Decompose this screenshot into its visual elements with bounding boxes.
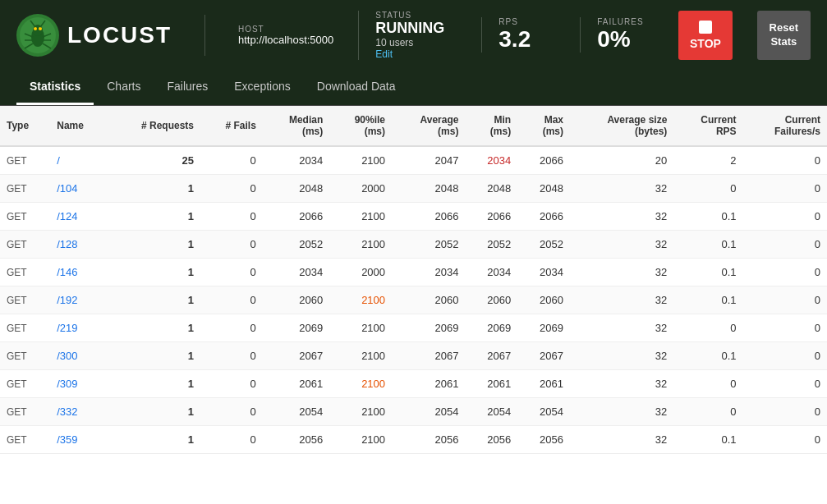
table-row: GET/1281020522100205220522052320.10 bbox=[0, 231, 827, 259]
tab-charts[interactable]: Charts bbox=[94, 70, 154, 105]
table-cell: GET bbox=[0, 231, 50, 259]
table-cell: GET bbox=[0, 259, 50, 286]
table-cell: 0 bbox=[743, 426, 827, 454]
locust-logo-icon bbox=[16, 14, 59, 57]
status-edit-link[interactable]: Edit bbox=[375, 48, 457, 60]
table-cell: 2034 bbox=[392, 259, 465, 286]
stop-label: STOP bbox=[690, 37, 721, 50]
status-users: 10 users bbox=[375, 37, 457, 48]
logo-text: LOCUST bbox=[67, 22, 172, 48]
col-max: Max(ms) bbox=[517, 106, 570, 146]
col-average: Average(ms) bbox=[392, 106, 465, 146]
table-cell: 1 bbox=[107, 175, 200, 203]
table-cell: 2069 bbox=[392, 314, 465, 342]
table-cell: 2066 bbox=[392, 203, 465, 231]
table-cell: /309 bbox=[50, 370, 107, 398]
status-label: STATUS bbox=[375, 11, 457, 20]
table-cell: 2060 bbox=[392, 286, 465, 314]
failures-section: FAILURES 0% bbox=[580, 17, 654, 53]
col-current-rps: CurrentRPS bbox=[673, 106, 742, 146]
table-cell: 0 bbox=[743, 398, 827, 426]
table-cell: 1 bbox=[107, 342, 200, 370]
table-cell: /359 bbox=[50, 426, 107, 454]
table-cell: 25 bbox=[107, 146, 200, 175]
table-cell: 0 bbox=[743, 231, 827, 259]
table-cell: 2100 bbox=[329, 370, 392, 398]
col-requests: # Requests bbox=[107, 106, 200, 146]
col-avg-size: Average size(bytes) bbox=[570, 106, 673, 146]
table-cell: 2000 bbox=[329, 175, 392, 203]
table-cell: 2100 bbox=[329, 426, 392, 454]
table-cell: 2056 bbox=[517, 426, 570, 454]
table-cell: 2100 bbox=[329, 146, 392, 175]
table-cell: 2056 bbox=[392, 426, 465, 454]
table-cell: 1 bbox=[107, 370, 200, 398]
table-cell: 2061 bbox=[392, 370, 465, 398]
stop-button[interactable]: STOP bbox=[678, 11, 732, 60]
table-cell: 0 bbox=[200, 259, 263, 286]
col-fails: # Fails bbox=[200, 106, 263, 146]
header: LOCUST HOST http://localhost:5000 STATUS… bbox=[0, 0, 827, 70]
table-row: GET/33210205421002054205420543200 bbox=[0, 398, 827, 426]
table-cell: /124 bbox=[50, 203, 107, 231]
table-cell: 32 bbox=[570, 370, 673, 398]
table-cell: 2056 bbox=[263, 426, 329, 454]
table-cell: 1 bbox=[107, 286, 200, 314]
table-cell: 2048 bbox=[392, 175, 465, 203]
table-cell: 32 bbox=[570, 314, 673, 342]
table-row: GET/3001020672100206720672067320.10 bbox=[0, 342, 827, 370]
table-cell: 2054 bbox=[465, 398, 517, 426]
table-cell: 2 bbox=[673, 146, 742, 175]
table-cell: 2067 bbox=[263, 342, 329, 370]
tab-statistics[interactable]: Statistics bbox=[16, 70, 94, 105]
table-cell: 0 bbox=[743, 175, 827, 203]
table-cell: 2066 bbox=[465, 203, 517, 231]
host-label: HOST bbox=[238, 25, 333, 34]
table-cell: 2060 bbox=[263, 286, 329, 314]
host-value: http://localhost:5000 bbox=[238, 34, 333, 46]
table-cell: 0 bbox=[200, 203, 263, 231]
table-row: GET/1241020662100206620662066320.10 bbox=[0, 203, 827, 231]
table-cell: 0 bbox=[200, 231, 263, 259]
status-value: RUNNING bbox=[375, 20, 457, 37]
reset-label: ResetStats bbox=[770, 21, 798, 48]
table-cell: 0 bbox=[743, 314, 827, 342]
tab-exceptions[interactable]: Exceptions bbox=[221, 70, 303, 105]
tab-download-data[interactable]: Download Data bbox=[304, 70, 409, 105]
table-cell: 2069 bbox=[465, 314, 517, 342]
table-cell: 2067 bbox=[517, 342, 570, 370]
tab-failures[interactable]: Failures bbox=[154, 70, 221, 105]
table-cell: 0.1 bbox=[673, 259, 742, 286]
table-row: GET/30910206121002061206120613200 bbox=[0, 370, 827, 398]
table-cell: /300 bbox=[50, 342, 107, 370]
table-cell: GET bbox=[0, 175, 50, 203]
table-cell: GET bbox=[0, 342, 50, 370]
table-cell: 2054 bbox=[392, 398, 465, 426]
table-cell: 32 bbox=[570, 342, 673, 370]
col-p90: 90%ile(ms) bbox=[329, 106, 392, 146]
table-cell: GET bbox=[0, 286, 50, 314]
rps-label: RPS bbox=[498, 17, 555, 26]
reset-stats-button[interactable]: ResetStats bbox=[757, 11, 811, 60]
table-cell: /146 bbox=[50, 259, 107, 286]
table-cell: 2052 bbox=[517, 231, 570, 259]
table-cell: /332 bbox=[50, 398, 107, 426]
nav-tabs: Statistics Charts Failures Exceptions Do… bbox=[0, 70, 827, 106]
table-cell: 0 bbox=[200, 175, 263, 203]
table-cell: 0 bbox=[200, 314, 263, 342]
table-row: GET/250203421002047203420662020 bbox=[0, 146, 827, 175]
statistics-table-container: Type Name # Requests # Fails Median(ms) … bbox=[0, 106, 827, 454]
table-cell: 0 bbox=[743, 203, 827, 231]
table-cell: 2069 bbox=[263, 314, 329, 342]
table-cell: / bbox=[50, 146, 107, 175]
table-cell: /104 bbox=[50, 175, 107, 203]
table-row: GET/1921020602100206020602060320.10 bbox=[0, 286, 827, 314]
table-cell: /128 bbox=[50, 231, 107, 259]
svg-point-5 bbox=[39, 27, 42, 30]
failures-label: FAILURES bbox=[597, 17, 654, 26]
table-cell: 2034 bbox=[465, 259, 517, 286]
table-cell: 2052 bbox=[465, 231, 517, 259]
table-cell: 32 bbox=[570, 259, 673, 286]
table-row: GET/21910206921002069206920693200 bbox=[0, 314, 827, 342]
table-cell: 2047 bbox=[392, 146, 465, 175]
